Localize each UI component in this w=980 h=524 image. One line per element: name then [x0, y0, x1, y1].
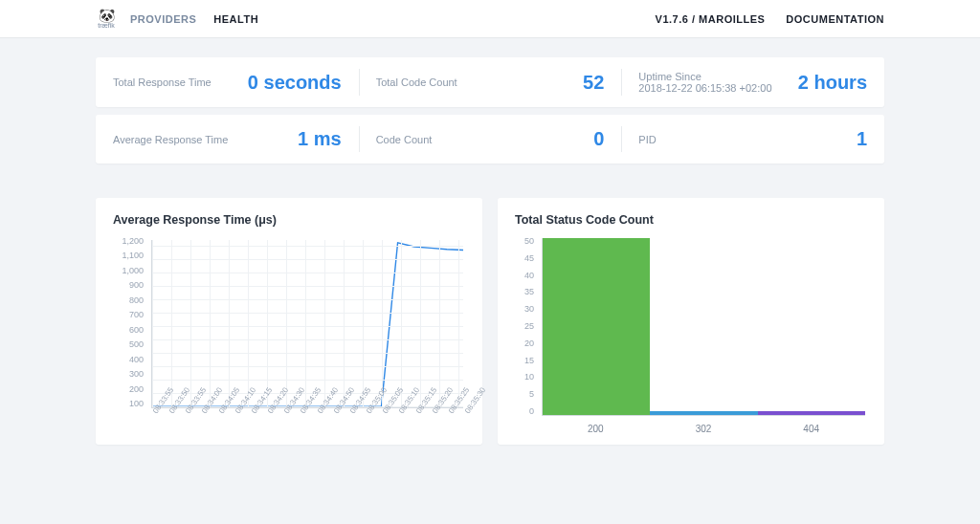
- y-tick: 50: [515, 236, 538, 246]
- y-tick: 800: [113, 295, 147, 305]
- y-tick: 700: [113, 310, 147, 319]
- nav-health[interactable]: HEALTH: [213, 13, 258, 25]
- chart-plot-area: [151, 240, 463, 408]
- stat-label: Total Code Count: [376, 76, 457, 88]
- nav-right: V1.7.6 / MAROILLES DOCUMENTATION: [656, 13, 884, 25]
- y-tick: 400: [113, 355, 147, 364]
- y-tick: 500: [113, 339, 147, 349]
- y-tick: 300: [113, 369, 147, 379]
- y-tick: 5: [515, 389, 538, 399]
- stat-label: PID: [638, 134, 656, 145]
- logo-text: træfik: [98, 22, 115, 29]
- y-tick: 45: [515, 253, 538, 263]
- x-tick: 08:34:05: [217, 410, 239, 426]
- x-tick: 08:35:15: [414, 410, 436, 426]
- stat-label: Total Response Time: [113, 76, 212, 88]
- stat-value: 0: [593, 128, 604, 150]
- chart-title: Average Response Time (μs): [113, 213, 465, 227]
- x-tick: 08:34:55: [348, 410, 370, 426]
- nav-version[interactable]: V1.7.6 / MAROILLES: [656, 13, 766, 25]
- uptime-since-title: Uptime Since: [638, 71, 701, 82]
- stats-row-1: Total Response Time 0 seconds Total Code…: [96, 57, 884, 107]
- chart-plot-area: [542, 238, 865, 416]
- charts-row: Average Response Time (μs) 1,2001,1001,0…: [96, 198, 884, 445]
- chart-card-response-time: Average Response Time (μs) 1,2001,1001,0…: [96, 198, 482, 445]
- y-tick: 200: [113, 384, 147, 394]
- x-tick: 08:34:00: [200, 410, 222, 426]
- chart-y-axis: 1,2001,1001,0009008007006005004003002001…: [113, 236, 147, 408]
- stat-value: 2 hours: [798, 72, 867, 94]
- y-tick: 0: [515, 406, 538, 416]
- x-tick: 200: [542, 420, 650, 437]
- y-tick: 30: [515, 304, 538, 314]
- x-tick: 404: [757, 420, 865, 437]
- nav-documentation[interactable]: DOCUMENTATION: [786, 13, 884, 25]
- topbar: 🐼 træfik PROVIDERS HEALTH V1.7.6 / MAROI…: [0, 0, 980, 38]
- stat-value: 0 seconds: [248, 72, 342, 94]
- y-tick: 35: [515, 287, 538, 296]
- stat-label: Uptime Since 2018-12-22 06:15:38 +02:00: [638, 71, 771, 94]
- y-tick: 1,100: [113, 251, 147, 260]
- x-tick: 08:34:50: [332, 410, 354, 426]
- stat-label: Average Response Time: [113, 134, 228, 145]
- y-tick: 10: [515, 372, 538, 382]
- x-tick: 302: [650, 420, 758, 437]
- chart-body: 50454035302520151050 200302404: [515, 236, 867, 437]
- bar-slot: [650, 238, 757, 415]
- x-tick: 08:34:10: [234, 410, 256, 426]
- stat-value: 52: [583, 72, 604, 94]
- bar-302: [650, 411, 757, 415]
- chart-body: 1,2001,1001,0009008007006005004003002001…: [113, 236, 465, 437]
- y-tick: 100: [113, 399, 147, 408]
- stat-value: 1: [857, 128, 867, 150]
- stat-avg-response-time: Average Response Time 1 ms: [96, 115, 359, 164]
- stat-code-count: Code Count 0: [359, 115, 622, 164]
- y-tick: 20: [515, 338, 538, 348]
- x-tick: 08:34:40: [316, 410, 338, 426]
- x-tick: 08:35:10: [397, 410, 419, 426]
- stat-pid: PID 1: [621, 115, 884, 164]
- bar-404: [758, 411, 865, 415]
- nav-left: PROVIDERS HEALTH: [130, 13, 258, 25]
- y-tick: 1,000: [113, 266, 147, 275]
- x-tick: 08:35:30: [463, 410, 485, 426]
- y-tick: 900: [113, 280, 147, 290]
- chart-title: Total Status Code Count: [515, 213, 867, 227]
- bar-slot: [543, 238, 650, 415]
- logo-icon: 🐼: [99, 9, 115, 22]
- y-tick: 15: [515, 356, 538, 365]
- stat-uptime-since: Uptime Since 2018-12-22 06:15:38 +02:00 …: [621, 57, 884, 107]
- x-tick: 08:34:35: [299, 410, 321, 426]
- y-tick: 1,200: [113, 236, 147, 246]
- stat-total-response-time: Total Response Time 0 seconds: [96, 57, 359, 107]
- logo[interactable]: 🐼 træfik: [96, 9, 117, 30]
- x-tick: 08:35:20: [431, 410, 453, 426]
- y-tick: 40: [515, 271, 538, 280]
- x-tick: 08:35:25: [447, 410, 469, 426]
- chart-x-axis: 08:33:5508:33:5008:33:5508:34:0008:34:05…: [151, 410, 463, 437]
- bar-slot: [758, 238, 865, 415]
- y-tick: 600: [113, 325, 147, 335]
- chart-x-axis: 200302404: [542, 420, 865, 437]
- stat-label: Code Count: [376, 134, 433, 145]
- stat-value: 1 ms: [298, 128, 342, 150]
- bar-200: [543, 238, 650, 415]
- stats-row-2: Average Response Time 1 ms Code Count 0 …: [96, 115, 884, 164]
- y-tick: 25: [515, 321, 538, 331]
- chart-y-axis: 50454035302520151050: [515, 236, 538, 416]
- stat-total-code-count: Total Code Count 52: [359, 57, 622, 107]
- uptime-since-detail: 2018-12-22 06:15:38 +02:00: [638, 82, 771, 94]
- content: Total Response Time 0 seconds Total Code…: [0, 38, 980, 464]
- nav-providers[interactable]: PROVIDERS: [130, 13, 196, 25]
- x-tick: 08:34:15: [250, 410, 272, 426]
- chart-card-status-codes: Total Status Code Count 5045403530252015…: [498, 198, 884, 445]
- chart-grid: [152, 240, 463, 407]
